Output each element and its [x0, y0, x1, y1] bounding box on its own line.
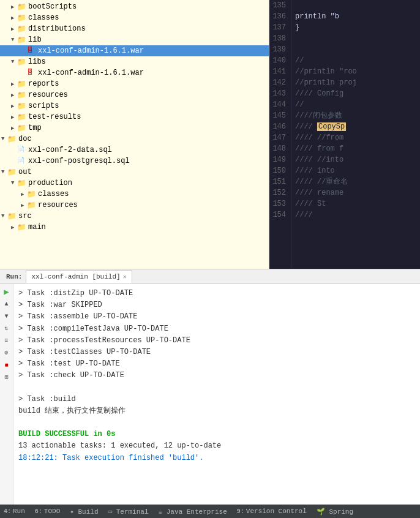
code-line — [295, 33, 357, 44]
line-number: 154 — [272, 209, 286, 220]
toolbar-terminal[interactable]: ▭ Terminal — [108, 508, 148, 516]
line-number: 151 — [272, 176, 286, 187]
toolbar-java-enterprise[interactable]: ☕ Java Enterprise — [159, 508, 227, 516]
line-number: 149 — [272, 154, 286, 165]
tree-arrow: ▶ — [11, 81, 17, 88]
tree-arrow: ▼ — [1, 136, 7, 142]
layout-button[interactable]: ⊞ — [2, 372, 12, 382]
run-line: > Task :build — [18, 394, 415, 405]
code-line: //// //into — [295, 154, 357, 165]
run-line: 18:12:21: Task execution finished 'build… — [18, 452, 415, 464]
code-content: println "b} ////println "roo//println pr… — [291, 0, 361, 269]
tree-arrow: ▶ — [11, 26, 17, 32]
tree-label: xxl-conf-admin-1.6.1.war — [38, 47, 144, 55]
top-section: ▶📁bootScripts▶📁classes▶📁distributions▼📁l… — [0, 0, 420, 269]
tree-label: bootScripts — [28, 2, 77, 11]
tree-item-sql1[interactable]: 📄xxl-conf-2-data.sql — [0, 145, 269, 156]
tree-arrow: ▼ — [11, 180, 17, 186]
code-line: //// from f — [295, 143, 357, 154]
tree-label: main — [28, 223, 46, 231]
line-number: 137 — [272, 22, 286, 33]
folder-icon: 📁 — [17, 124, 27, 132]
folder-icon: 📁 — [17, 223, 27, 231]
code-line: } — [295, 22, 357, 33]
toolbar-version-control[interactable]: 9: Version Control — [237, 508, 307, 515]
tree-item-lib-war[interactable]: 🗄xxl-conf-admin-1.6.1.war — [0, 45, 269, 56]
tree-arrow: ▼ — [1, 169, 7, 175]
line-number: 150 — [272, 165, 286, 176]
tree-arrow: ▶ — [11, 114, 17, 121]
tree-item-main[interactable]: ▶📁main — [0, 222, 269, 233]
tree-item-scripts[interactable]: ▶📁scripts — [0, 100, 269, 111]
tree-arrow: ▼ — [11, 59, 17, 65]
tree-item-prod-resources[interactable]: ▶📁resources — [0, 200, 269, 211]
tree-label: classes — [28, 13, 59, 22]
sort-button[interactable]: ⇅ — [2, 323, 12, 333]
tree-item-bootScripts[interactable]: ▶📁bootScripts — [0, 1, 269, 12]
tree-arrow: ▶ — [11, 4, 17, 10]
toolbar-run[interactable]: 4: Run — [4, 508, 25, 515]
tree-arrow: ▶ — [11, 125, 17, 132]
tree-item-distributions[interactable]: ▶📁distributions — [0, 23, 269, 34]
tree-item-production[interactable]: ▼📁production — [0, 178, 269, 189]
tree-arrow: ▶ — [11, 224, 17, 231]
tree-label: xxl-conf-admin-1.6.1.war — [38, 69, 144, 77]
toolbar-todo[interactable]: 6: TODO — [35, 508, 60, 515]
run-line: > Task :distZip UP-TO-DATE — [18, 288, 415, 299]
code-line: //// CopySp — [295, 121, 357, 132]
tree-item-src[interactable]: ▼📁src — [0, 211, 269, 222]
tree-item-reports[interactable]: ▶📁reports — [0, 78, 269, 89]
folder-icon: 📁 — [17, 179, 27, 187]
tree-arrow: ▶ — [11, 15, 17, 21]
scroll-down-button[interactable]: ▼ — [2, 311, 12, 321]
tree-label: reports — [28, 80, 59, 88]
line-number: 152 — [272, 187, 286, 198]
run-content: > Task :distZip UP-TO-DATE> Task :war SK… — [13, 284, 420, 505]
line-number: 143 — [272, 88, 286, 99]
line-number: 135 — [272, 0, 286, 11]
settings-button[interactable]: ⚙ — [2, 348, 12, 358]
tree-item-sql2[interactable]: 📄xxl-conf-postgresql.sql — [0, 156, 269, 167]
code-line: //// into — [295, 165, 357, 176]
tree-item-test-results[interactable]: ▶📁test-results — [0, 111, 269, 122]
toolbar-build[interactable]: ✦ Build — [70, 508, 98, 516]
run-line: 13 actionable tasks: 1 executed, 12 up-t… — [18, 440, 415, 452]
play-button[interactable]: ▶ — [2, 287, 12, 296]
folder-icon: 📁 — [17, 2, 27, 11]
run-line: > Task :assemble UP-TO-DATE — [18, 311, 415, 323]
tree-label: classes — [38, 190, 69, 198]
line-number: 148 — [272, 143, 286, 154]
code-line: //println "roo — [295, 66, 357, 77]
tree-item-tmp[interactable]: ▶📁tmp — [0, 122, 269, 133]
tabs-bar: Run: xxl-conf-admin [build] ✕ — [0, 269, 420, 284]
tree-item-lib[interactable]: ▼📁lib — [0, 34, 269, 45]
tab-label: xxl-conf-admin [build] — [31, 273, 120, 280]
line-number: 144 — [272, 99, 286, 110]
code-line: // — [295, 99, 357, 110]
folder-icon: 📁 — [17, 58, 27, 66]
tree-item-libs-war[interactable]: 🗄xxl-conf-admin-1.6.1.war — [0, 67, 269, 78]
sql-icon: 📄 — [17, 146, 27, 154]
run-line: > Task :compileTestJava UP-TO-DATE — [18, 323, 415, 335]
bottom-toolbar: 4: Run 6: TODO ✦ Build ▭ Terminal ☕ Java… — [0, 505, 420, 518]
code-line: //// St — [295, 198, 357, 209]
tree-item-out[interactable]: ▼📁out — [0, 167, 269, 178]
scroll-up-button[interactable]: ▲ — [2, 299, 12, 309]
tree-label: xxl-conf-postgresql.sql — [28, 157, 130, 165]
tree-item-doc[interactable]: ▼📁doc — [0, 133, 269, 145]
run-line: > Task :test UP-TO-DATE — [18, 358, 415, 370]
code-line: //// — [295, 209, 357, 220]
tree-item-resources[interactable]: ▶📁resources — [0, 89, 269, 100]
tree-item-classes[interactable]: ▶📁classes — [0, 12, 269, 23]
run-line — [18, 382, 415, 394]
folder-icon: 📁 — [17, 80, 27, 88]
toolbar-spring[interactable]: 🌱 Spring — [317, 508, 353, 516]
tree-item-libs[interactable]: ▼📁libs — [0, 56, 269, 67]
tree-label: production — [28, 179, 72, 187]
highlight-text: CopySp — [317, 122, 346, 131]
tree-item-prod-classes[interactable]: ▶📁classes — [0, 189, 269, 200]
tab-close-icon[interactable]: ✕ — [123, 273, 127, 280]
stop-button[interactable]: ■ — [2, 360, 12, 370]
filter-button[interactable]: ≡ — [2, 336, 12, 345]
run-tab[interactable]: xxl-conf-admin [build] ✕ — [26, 270, 132, 283]
